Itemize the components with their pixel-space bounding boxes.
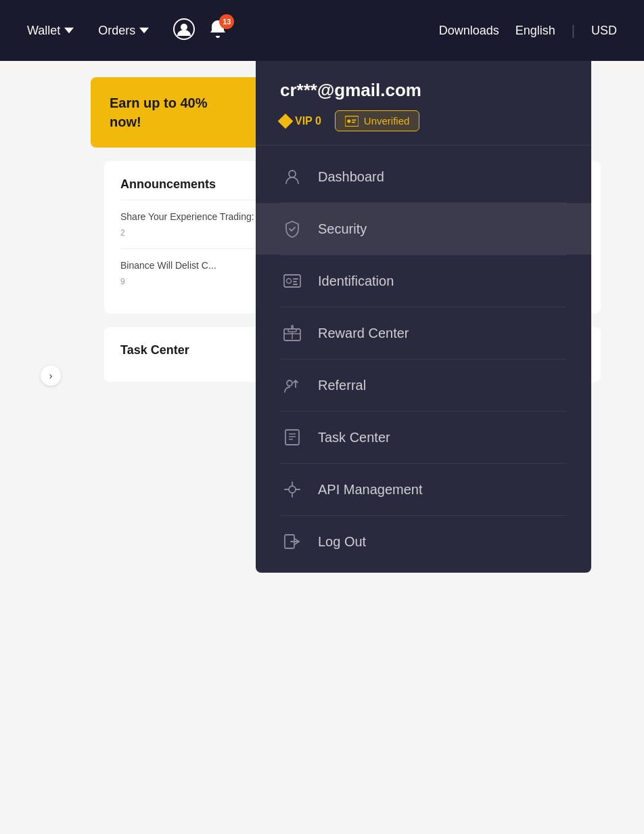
menu-items-list: Dashboard Security — [256, 146, 591, 573]
usd-nav[interactable]: USD — [591, 24, 617, 38]
identification-icon-wrap — [280, 269, 304, 293]
user-dropdown-menu: cr***@gmail.com VIP 0 Unverified — [256, 61, 591, 573]
reward-icon-wrap — [280, 321, 304, 345]
dashboard-icon-wrap — [280, 164, 304, 189]
svg-rect-13 — [288, 329, 296, 332]
orders-label: Orders — [98, 24, 135, 38]
chevron-left-icon: › — [49, 370, 53, 381]
api-icon-wrap — [280, 477, 304, 502]
wallet-chevron-icon — [64, 26, 74, 35]
referral-icon-wrap — [280, 373, 304, 397]
svg-rect-2 — [345, 116, 359, 126]
menu-item-dashboard[interactable]: Dashboard — [256, 151, 591, 202]
vip-badge: VIP 0 — [280, 115, 321, 127]
svg-rect-4 — [352, 119, 356, 120]
menu-item-identification[interactable]: Identification — [256, 255, 591, 307]
referral-icon — [283, 376, 302, 395]
api-icon — [283, 480, 302, 499]
menu-label-dashboard: Dashboard — [318, 169, 384, 185]
svg-point-16 — [287, 380, 292, 386]
profile-icon — [173, 18, 195, 40]
menu-label-identification: Identification — [318, 273, 394, 289]
menu-item-security[interactable]: Security — [256, 203, 591, 255]
logout-icon-wrap — [280, 529, 304, 554]
downloads-nav[interactable]: Downloads — [439, 24, 499, 38]
wallet-nav[interactable]: Wallet — [27, 24, 74, 38]
task-icon-wrap — [280, 425, 304, 449]
dropdown-header: cr***@gmail.com VIP 0 Unverified — [256, 61, 591, 146]
orders-chevron-icon — [139, 26, 149, 35]
security-icon-wrap — [280, 217, 304, 241]
id-card-icon — [345, 116, 359, 127]
identification-icon — [283, 271, 302, 290]
wallet-label: Wallet — [27, 24, 60, 38]
menu-label-task-center: Task Center — [318, 430, 390, 445]
menu-item-api-management[interactable]: API Management — [256, 464, 591, 515]
svg-point-21 — [289, 486, 296, 493]
dashboard-icon — [283, 167, 302, 186]
reward-icon — [283, 324, 302, 343]
menu-label-security: Security — [318, 221, 367, 237]
user-meta: VIP 0 Unverified — [280, 110, 567, 131]
vip-diamond-icon — [278, 113, 294, 129]
svg-rect-5 — [352, 121, 355, 123]
svg-point-3 — [347, 119, 350, 123]
security-icon — [283, 219, 302, 238]
svg-rect-17 — [285, 430, 299, 445]
svg-rect-11 — [293, 284, 298, 285]
logout-icon — [283, 532, 302, 551]
profile-icon-btn[interactable] — [173, 18, 195, 43]
user-email: cr***@gmail.com — [280, 80, 567, 101]
svg-point-8 — [287, 279, 292, 284]
menu-item-task-center[interactable]: Task Center — [256, 412, 591, 463]
nav-divider: | — [572, 23, 575, 39]
menu-item-logout[interactable]: Log Out — [256, 516, 591, 567]
unverified-badge[interactable]: Unverified — [335, 110, 420, 131]
svg-point-1 — [181, 24, 187, 30]
menu-item-reward-center[interactable]: Reward Center — [256, 307, 591, 359]
carousel-prev-btn[interactable]: › — [41, 366, 61, 386]
svg-point-6 — [289, 171, 296, 177]
vip-label: VIP 0 — [295, 115, 321, 127]
english-nav[interactable]: English — [515, 24, 555, 38]
notification-badge: 13 — [219, 14, 234, 29]
menu-label-logout: Log Out — [318, 534, 366, 550]
task-icon — [283, 428, 302, 447]
navbar: Wallet Orders 13 Downloads English | USD — [0, 0, 644, 61]
menu-label-reward-center: Reward Center — [318, 326, 409, 341]
nav-right: Downloads English | USD — [439, 23, 617, 39]
notification-btn[interactable]: 13 — [207, 18, 229, 43]
orders-nav[interactable]: Orders — [98, 24, 149, 38]
svg-rect-10 — [293, 281, 297, 282]
menu-label-api-management: API Management — [318, 482, 423, 498]
unverified-label: Unverified — [364, 115, 410, 127]
menu-item-referral[interactable]: Referral — [256, 359, 591, 411]
menu-label-referral: Referral — [318, 378, 366, 393]
svg-rect-9 — [293, 278, 298, 280]
